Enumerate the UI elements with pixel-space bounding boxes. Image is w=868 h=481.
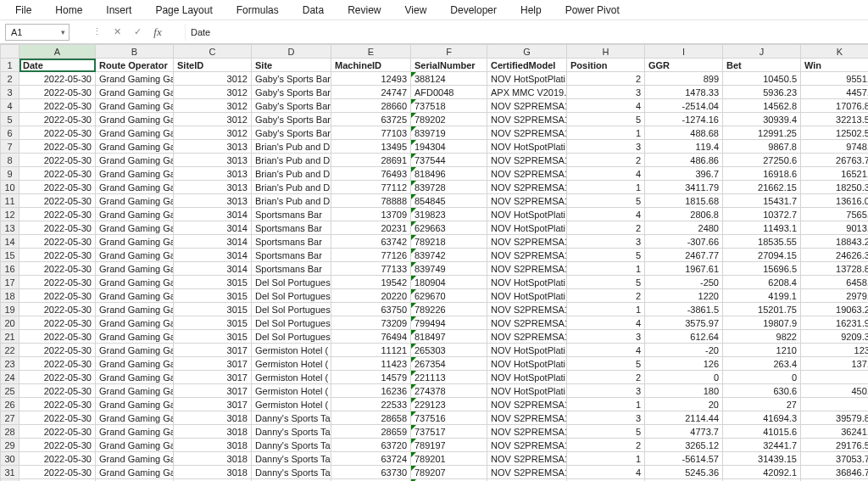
cell[interactable]: 229123 [411,398,487,411]
cell[interactable]: 388124 [411,72,487,86]
cell[interactable]: 2022-05-30 [19,411,96,425]
cell[interactable]: Germiston Hotel ( [252,344,331,357]
cell[interactable]: 789226 [411,303,487,316]
cell[interactable]: Brian's Pub and Di [252,167,331,181]
cell[interactable]: Grand Gaming Gau [96,72,174,86]
column-header-A[interactable]: A [19,45,96,59]
cell[interactable]: 1815.68 [645,194,723,208]
row-header[interactable]: 9 [1,167,19,181]
ribbon-tab-power-pivot[interactable]: Power Pivot [554,1,632,20]
cell[interactable]: 3013 [174,154,252,167]
cell[interactable]: 2022-05-30 [19,99,96,113]
cell[interactable]: NOV HotSpotPlati [487,72,567,86]
cell[interactable]: 15696.5 [723,262,801,276]
cell[interactable]: Del Sol Portugues [252,316,331,330]
cell[interactable]: 629670 [411,289,487,303]
cell[interactable]: 76493 [331,167,411,181]
cell[interactable]: 3012 [174,72,252,86]
row-header[interactable]: 2 [1,72,19,86]
cell[interactable]: Grand Gaming Gau [96,235,174,249]
cell[interactable]: Brian's Pub and Di [252,140,331,154]
row-header[interactable]: 5 [1,113,19,126]
row-header[interactable]: 13 [1,221,19,235]
cell[interactable]: 16231.93 [801,316,869,330]
cell[interactable]: 42092.1 [723,466,801,479]
cell[interactable]: 180 [645,384,723,398]
cell[interactable]: 13616.02 [801,194,869,208]
cell[interactable]: 1 [567,303,645,316]
cell[interactable]: Grand Gaming Gau [96,439,174,452]
cell[interactable]: 41694.3 [723,411,801,425]
cell[interactable]: 37053.72 [801,452,869,466]
cell[interactable]: 16236 [331,384,411,398]
cell[interactable]: 24747 [331,86,411,99]
cell[interactable]: 14579 [331,371,411,384]
column-header-G[interactable]: G [487,45,567,59]
column-header-E[interactable]: E [331,45,411,59]
cell[interactable]: 28658 [331,411,411,425]
cell[interactable]: 4457.9 [801,86,869,99]
cell[interactable]: 3015 [174,316,252,330]
column-header-I[interactable]: I [645,45,723,59]
row-header[interactable]: 25 [1,384,19,398]
cell[interactable]: 4 [567,208,645,221]
cell[interactable]: 41015.6 [723,425,801,439]
cell[interactable]: 3017 [174,344,252,357]
cell[interactable]: Grand Gaming Gau [96,181,174,194]
cell[interactable]: 6458.4 [801,276,869,289]
cell[interactable]: 3017 [174,357,252,371]
row-header[interactable]: 15 [1,249,19,262]
row-header[interactable]: 17 [1,276,19,289]
cell[interactable]: 2022-05-30 [19,303,96,316]
cell[interactable]: Grand Gaming Gau [96,466,174,479]
cell[interactable]: 3265.12 [645,439,723,452]
cell[interactable]: 3411.79 [645,181,723,194]
cell[interactable]: 486.86 [645,154,723,167]
cell[interactable]: 1230 [801,344,869,357]
ribbon-tab-data[interactable]: Data [291,1,336,20]
cell[interactable]: Grand Gaming Gau [96,221,174,235]
header-cell-K[interactable]: Win [801,59,869,72]
cell[interactable]: Del Sol Portugues [252,289,331,303]
cell[interactable]: 7 [801,398,869,411]
cell[interactable]: 0 [645,371,723,384]
ribbon-tab-developer[interactable]: Developer [438,1,509,20]
cell[interactable]: 27 [723,398,801,411]
cell[interactable]: -1274.16 [645,113,723,126]
select-all-corner[interactable] [1,45,19,59]
cell[interactable]: 1 [567,181,645,194]
cell[interactable]: 5 [567,113,645,126]
cell[interactable]: NOV S2PREMSA19 [487,181,567,194]
header-cell-H[interactable]: Position [567,59,645,72]
cell[interactable]: Grand Gaming Gau [96,398,174,411]
cell[interactable]: 77126 [331,249,411,262]
cell[interactable]: 1 [567,452,645,466]
cell[interactable]: 3 [567,235,645,249]
cell[interactable]: 2022-05-30 [19,466,96,479]
cell[interactable]: 5 [567,276,645,289]
cell[interactable]: 4 [567,316,645,330]
cell[interactable]: 2022-05-30 [19,357,96,371]
cell[interactable]: 18250.36 [801,181,869,194]
cell[interactable]: 789218 [411,235,487,249]
cell[interactable]: 221113 [411,371,487,384]
cell[interactable]: Sportsmans Bar [252,208,331,221]
cell[interactable]: 18535.55 [723,235,801,249]
cell[interactable]: 77133 [331,262,411,276]
row-header[interactable]: 20 [1,316,19,330]
cell[interactable]: 1967.61 [645,262,723,276]
cell[interactable]: 3018 [174,439,252,452]
cell[interactable]: 2022-05-30 [19,181,96,194]
cell[interactable]: 2022-05-30 [19,276,96,289]
row-header[interactable]: 22 [1,344,19,357]
cell[interactable]: 2480 [645,221,723,235]
cell[interactable]: NOV HotSpotPlati [487,289,567,303]
cell[interactable]: Grand Gaming Gau [96,371,174,384]
cell[interactable]: Sportsmans Bar [252,221,331,235]
cell[interactable]: Danny's Sports Tav [252,439,331,452]
cell[interactable]: 629663 [411,221,487,235]
row-header[interactable]: 31 [1,466,19,479]
cell[interactable]: 5 [567,194,645,208]
cell[interactable]: Grand Gaming Gau [96,344,174,357]
cell[interactable]: 450.6 [801,384,869,398]
